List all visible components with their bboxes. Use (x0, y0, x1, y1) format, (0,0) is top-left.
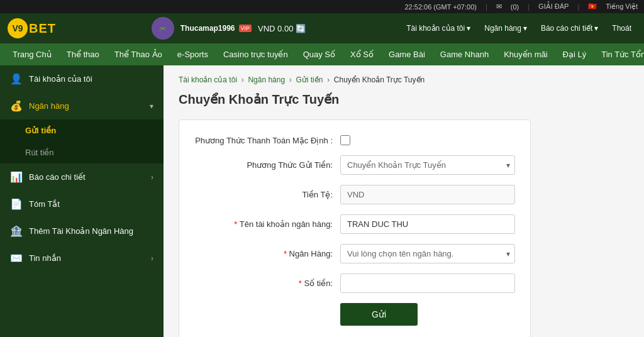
account-menu[interactable]: Tài khoản của tôi ▾ (401, 21, 475, 35)
language-selector[interactable]: Tiếng Việt (606, 3, 638, 11)
bank-name-select[interactable]: Vui lòng chọn tên ngân hàng. (340, 244, 515, 263)
nav-casino[interactable]: Casino trực tuyến (216, 43, 296, 65)
mail-count: (0) (511, 3, 519, 11)
bank-icon: 💰 (10, 100, 23, 112)
chevron-right-icon-2: › (151, 254, 153, 263)
sidebar-item-report[interactable]: 📊 Báo cáo chi tiết › (0, 163, 164, 191)
nav-the-thao-ao[interactable]: Thể Thao Ảo (107, 43, 170, 65)
chevron-right-icon: › (151, 173, 153, 182)
submit-row: Gửi (194, 303, 515, 326)
avatar: 🎮 (152, 17, 174, 40)
help-link[interactable]: GIẢI ĐÁP (538, 3, 569, 11)
nav-esports[interactable]: e-Sports (170, 43, 216, 65)
breadcrumb-current: Chuyển Khoản Trực Tuyến (334, 75, 425, 84)
breadcrumb-account[interactable]: Tài khoản của tôi (179, 75, 237, 84)
logo-badge: V9 (8, 18, 28, 38)
sidebar-bank-label: Ngân hàng (29, 101, 143, 111)
messages-icon: ✉️ (10, 252, 23, 264)
main-content: Tài khoản của tôi › Ngân hàng › Gửi tiền… (164, 65, 644, 337)
submenu-gui-tien[interactable]: Gửi tiền (0, 119, 164, 141)
nav-dai-ly[interactable]: Đại Lý (555, 43, 594, 65)
default-payment-row: Phương Thức Thanh Toán Mặc Định : (194, 135, 515, 145)
sidebar-item-summary[interactable]: 📄 Tóm Tắt (0, 191, 164, 218)
balance: VND 0.00 🔄 (258, 24, 306, 33)
header: V9 BET 🎮 Thucamap1996 VIP VND 0.00 🔄 Tài… (0, 13, 644, 43)
bank-name-row: Ngân Hàng: Vui lòng chọn tên ngân hàng. … (194, 244, 515, 263)
bank-menu[interactable]: Ngân hàng ▾ (479, 21, 532, 35)
currency-label: Tiền Tệ: (194, 190, 333, 199)
sidebar-item-account[interactable]: 👤 Tài khoản của tôi (0, 65, 164, 92)
sidebar-report-label: Báo cáo chi tiết (29, 172, 145, 182)
nav-the-thao[interactable]: Thể thao (59, 43, 107, 65)
submenu-rut-tien[interactable]: Rút tiền (0, 141, 164, 163)
header-center: 🎮 Thucamap1996 VIP VND 0.00 🔄 (66, 17, 391, 40)
refresh-button[interactable]: 🔄 (296, 24, 306, 33)
logo-text: BET (29, 21, 56, 36)
bank-account-label: Tên tài khoản ngân hàng: (194, 219, 333, 229)
top-bar: 22:52:06 (GMT +07:00) | ✉ (0) | GIẢI ĐÁP… (0, 0, 644, 13)
mail-icon: ✉ (496, 3, 502, 11)
payment-method-wrapper: Chuyển Khoản Trực Tuyến ▾ (340, 155, 515, 175)
payment-method-row: Phương Thức Gửi Tiền: Chuyển Khoản Trực … (194, 155, 515, 175)
username: Thucamap1996 (180, 24, 235, 33)
nav-khuyen-mai[interactable]: Khuyến mãi (496, 43, 555, 65)
breadcrumb-bank[interactable]: Ngân hàng (248, 75, 285, 84)
nav-game-bai[interactable]: Game Bài (381, 43, 433, 65)
breadcrumb: Tài khoản của tôi › Ngân hàng › Gửi tiền… (179, 75, 629, 84)
datetime: 22:52:06 (GMT +07:00) (404, 3, 476, 11)
bank-name-wrapper: Vui lòng chọn tên ngân hàng. ▾ (340, 244, 515, 263)
user-info: Thucamap1996 VIP (180, 24, 252, 33)
account-icon: 👤 (10, 73, 23, 85)
content-wrapper: 👤 Tài khoản của tôi 💰 Ngân hàng ▾ Gửi ti… (0, 65, 644, 337)
sidebar-item-add-bank[interactable]: 🏦 Thêm Tài Khoản Ngân Hàng (0, 218, 164, 245)
amount-row: Số tiền: (194, 273, 515, 293)
report-menu[interactable]: Báo cáo chi tiết ▾ (536, 21, 603, 35)
sidebar-messages-label: Tin nhắn (29, 253, 145, 263)
balance-amount: VND 0.00 (258, 24, 293, 33)
logout-button[interactable]: Thoát (607, 21, 636, 35)
nav-game-nhanh[interactable]: Game Nhanh (433, 43, 496, 65)
report-icon: 📊 (10, 171, 23, 183)
nav-xo-so[interactable]: Xổ Số (343, 43, 381, 65)
sidebar-item-bank[interactable]: 💰 Ngân hàng ▾ (0, 92, 164, 119)
header-nav: Tài khoản của tôi ▾ Ngân hàng ▾ Báo cáo … (401, 21, 636, 35)
currency-row: Tiền Tệ: (194, 185, 515, 204)
payment-method-select[interactable]: Chuyển Khoản Trực Tuyến (340, 155, 515, 175)
add-bank-icon: 🏦 (10, 225, 23, 237)
amount-field[interactable] (340, 273, 515, 293)
default-payment-checkbox[interactable] (340, 135, 350, 145)
sidebar-item-messages[interactable]: ✉️ Tin nhắn › (0, 245, 164, 272)
submit-button[interactable]: Gửi (340, 303, 418, 326)
nav-tin-tuc[interactable]: Tin Tức Tổng Hợp (594, 43, 644, 65)
sidebar: 👤 Tài khoản của tôi 💰 Ngân hàng ▾ Gửi ti… (0, 65, 164, 337)
sidebar-add-bank-label: Thêm Tài Khoản Ngân Hàng (29, 226, 153, 236)
user-badge: VIP (239, 25, 252, 32)
bank-account-field[interactable] (340, 214, 515, 234)
logo[interactable]: V9 BET (8, 18, 56, 38)
bank-name-label: Ngân Hàng: (194, 249, 333, 258)
summary-icon: 📄 (10, 198, 23, 210)
bank-account-row: Tên tài khoản ngân hàng: (194, 214, 515, 234)
form-container: Phương Thức Thanh Toán Mặc Định : Phương… (179, 119, 531, 337)
nav-trang-chu[interactable]: Trang Chủ (5, 43, 59, 65)
chevron-down-icon: ▾ (150, 102, 153, 111)
currency-field (340, 185, 515, 204)
page-title: Chuyển Khoản Trực Tuyến (179, 92, 629, 107)
amount-label: Số tiền: (194, 279, 333, 288)
flag-icon: 🇻🇳 (588, 3, 597, 11)
payment-method-label: Phương Thức Gửi Tiền: (194, 160, 333, 170)
default-payment-label: Phương Thức Thanh Toán Mặc Định : (194, 136, 333, 145)
sidebar-account-label: Tài khoản của tôi (29, 74, 153, 84)
sidebar-summary-label: Tóm Tắt (29, 199, 153, 209)
nav-quay-so[interactable]: Quay Số (296, 43, 343, 65)
breadcrumb-gui-tien[interactable]: Gửi tiền (296, 75, 323, 84)
main-nav: Trang Chủ Thể thao Thể Thao Ảo e-Sports … (0, 43, 644, 65)
sidebar-submenu-bank: Gửi tiền Rút tiền (0, 119, 164, 163)
